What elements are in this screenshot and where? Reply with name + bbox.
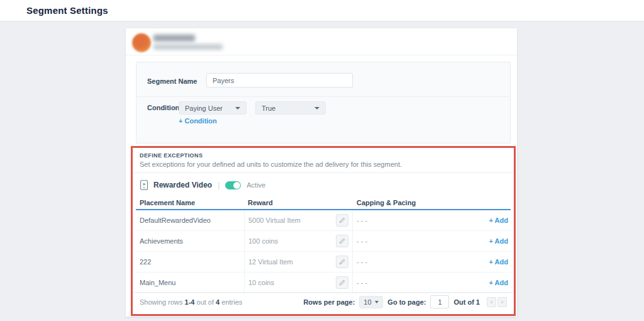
segment-header (126, 28, 517, 55)
ad-unit-row: Rewarded Video | Active (140, 173, 265, 197)
go-to-page-label: Go to page: (387, 298, 426, 306)
top-bar: Segment Settings (0, 0, 644, 21)
condition-type-value: Paying User (185, 104, 223, 112)
edit-reward-button[interactable] (336, 276, 348, 289)
pencil-icon (339, 217, 345, 223)
capping-value: - - - (357, 258, 367, 266)
reward-value: 10 coins (248, 279, 274, 286)
segment-subtitle-redacted (153, 44, 223, 50)
column-header-placement: Placement Name (136, 197, 244, 209)
pencil-icon (339, 259, 345, 265)
edit-reward-button[interactable] (336, 235, 348, 247)
prev-page-button[interactable]: ‹ (487, 297, 496, 307)
separator: | (218, 181, 219, 189)
rows-per-page-label: Rows per page: (303, 298, 355, 306)
chevron-down-icon (375, 301, 379, 303)
segment-settings-card: Segment Name Condition Paying User True … (126, 28, 517, 317)
capping-value: - - - (357, 217, 367, 224)
out-of-label: Out of 1 (453, 298, 480, 306)
rows-per-page-value: 10 (364, 298, 371, 306)
exceptions-description: Set exceptions for your defined ad units… (140, 160, 402, 168)
chevron-down-icon (235, 107, 240, 110)
pencil-icon (339, 238, 345, 244)
add-capping-link[interactable]: + Add (489, 237, 508, 245)
segment-avatar (132, 33, 151, 52)
pagination: ‹ › (487, 297, 507, 307)
rewarded-video-icon (140, 179, 148, 191)
ad-unit-name: Rewarded Video (153, 181, 212, 189)
placement-name: Main_Menu (136, 273, 244, 293)
placement-name: Achievements (136, 231, 244, 251)
add-condition-link[interactable]: + Condition (179, 117, 217, 125)
placements-table: Placement Name Reward Capping & Pacing D… (136, 197, 511, 293)
segment-name-label: Segment Name (147, 77, 197, 85)
showing-rows-text: Showing rows 1-4 out of 4 entries (140, 298, 242, 306)
condition-type-select[interactable]: Paying User (179, 101, 247, 115)
table-row: Main_Menu 10 coins - - - + Add (136, 273, 511, 293)
chevron-left-icon: ‹ (491, 298, 493, 305)
placement-name: 222 (136, 252, 244, 272)
chevron-down-icon (314, 107, 319, 110)
column-header-reward: Reward (244, 197, 353, 209)
edit-reward-button[interactable] (336, 256, 348, 268)
exceptions-title: DEFINE EXCEPTIONS (140, 152, 203, 159)
add-capping-link[interactable]: + Add (489, 258, 508, 266)
panel-divider (137, 96, 509, 97)
add-capping-link[interactable]: + Add (489, 217, 508, 224)
table-row: Achievements 100 coins - - - + Add (136, 231, 511, 252)
next-page-button[interactable]: › (497, 297, 507, 307)
pencil-icon (339, 279, 345, 286)
condition-value-value: True (262, 104, 275, 112)
reward-value: 5000 Virtual Item (248, 217, 301, 224)
capping-value: - - - (357, 279, 367, 286)
table-row: 222 12 Virtual Item - - - + Add (136, 252, 511, 273)
add-capping-link[interactable]: + Add (489, 279, 508, 286)
edit-reward-button[interactable] (336, 214, 348, 227)
segment-name-input[interactable] (206, 73, 353, 87)
reward-value: 12 Virtual Item (248, 258, 293, 266)
table-header-row: Placement Name Reward Capping & Pacing (136, 197, 511, 210)
ad-unit-status-label: Active (247, 181, 265, 189)
rows-per-page-select[interactable]: 10 (359, 296, 383, 308)
define-exceptions-section: DEFINE EXCEPTIONS Set exceptions for you… (131, 146, 516, 316)
condition-label: Condition (147, 104, 179, 111)
table-footer: Showing rows 1-4 out of 4 entries Rows p… (133, 292, 514, 311)
chevron-right-icon: › (501, 298, 504, 305)
go-to-page-input[interactable] (430, 295, 449, 308)
page-title: Segment Settings (26, 5, 108, 16)
column-header-capping: Capping & Pacing (353, 197, 511, 209)
segment-form-panel: Segment Name Condition Paying User True … (136, 62, 511, 144)
table-row: DefaultRewardedVideo 5000 Virtual Item -… (136, 210, 511, 231)
condition-value-select[interactable]: True (255, 101, 326, 115)
segment-name-redacted (153, 35, 195, 42)
reward-value: 100 coins (248, 237, 278, 245)
toggle-knob (233, 182, 240, 189)
ad-unit-active-toggle[interactable] (225, 181, 241, 189)
placement-name: DefaultRewardedVideo (136, 210, 244, 230)
capping-value: - - - (357, 237, 367, 245)
